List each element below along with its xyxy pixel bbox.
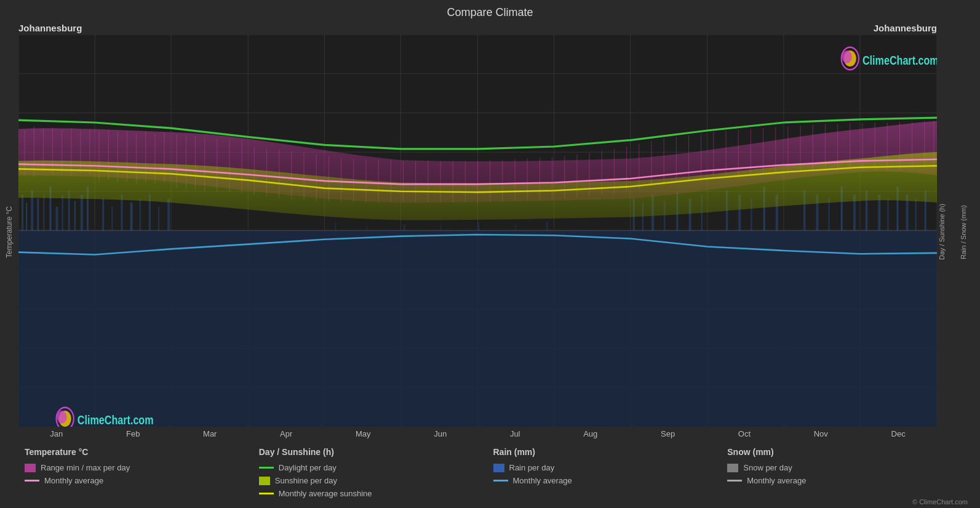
legend-temp-range-swatch: [25, 464, 36, 472]
legend-snow-day: Snow per day: [727, 463, 962, 472]
svg-rect-75: [915, 199, 917, 231]
svg-rect-47: [366, 225, 367, 230]
legend-rain-avg-swatch: [493, 480, 508, 482]
legend-temperature-title: Temperature °C: [25, 447, 259, 457]
chart-svg: 50 40 30 20 10 0 -10 -20 -30 -40 -50 24 …: [18, 34, 937, 427]
svg-rect-40: [121, 195, 122, 231]
legend-sunshine-day-swatch: [259, 477, 270, 485]
month-may: May: [356, 429, 371, 438]
legend-area: Temperature °C Range min / max per day M…: [0, 441, 980, 498]
svg-rect-33: [62, 195, 63, 231]
legend-snow-avg: Monthly average: [727, 476, 962, 485]
svg-rect-36: [81, 195, 83, 231]
svg-rect-39: [111, 207, 113, 231]
legend-rain: Rain (mm) Rain per day Monthly average: [493, 447, 728, 498]
svg-rect-45: [167, 199, 170, 231]
legend-sunshine-title: Day / Sunshine (h): [259, 447, 493, 457]
copyright: © ClimeChart.com: [0, 498, 980, 508]
svg-text:ClimeChart.com: ClimeChart.com: [862, 53, 937, 67]
month-mar: Mar: [203, 429, 217, 438]
svg-rect-46: [335, 223, 336, 231]
month-oct: Oct: [738, 429, 751, 438]
legend-rain-day-swatch: [493, 464, 504, 472]
legend-temp-avg-swatch: [25, 480, 39, 482]
svg-rect-25: [18, 231, 937, 427]
month-jul: Jul: [510, 429, 520, 438]
month-jun: Jun: [434, 429, 447, 438]
chart-title: Compare Climate: [0, 6, 980, 19]
chart-body: Johannesburg Johannesburg: [18, 23, 937, 441]
legend-rain-avg-label: Monthly average: [513, 476, 572, 485]
svg-rect-41: [130, 203, 133, 231]
legend-sunshine: Day / Sunshine (h) Daylight per day Suns…: [259, 447, 493, 498]
svg-point-179: [842, 50, 852, 63]
top-labels: Johannesburg Johannesburg: [18, 23, 937, 34]
right-axis-group: Day / Sunshine (h) Rain / Snow (mm): [937, 23, 980, 441]
legend-temp-avg: Monthly average: [25, 476, 259, 485]
legend-snow-day-label: Snow per day: [743, 463, 792, 472]
svg-rect-52: [546, 222, 548, 230]
main-container: Compare Climate Temperature °C Johannesb…: [0, 0, 980, 508]
legend-snow-avg-swatch: [727, 480, 742, 482]
legend-temp-range: Range min / max per day: [25, 463, 259, 472]
legend-daylight-swatch: [259, 467, 274, 469]
svg-rect-26: [22, 195, 23, 231]
svg-rect-50: [478, 223, 480, 231]
legend-rain-day-label: Rain per day: [509, 463, 555, 472]
legend-rain-title: Rain (mm): [493, 447, 728, 457]
svg-rect-32: [56, 207, 58, 231]
svg-rect-27: [26, 203, 27, 231]
legend-snow-avg-label: Monthly average: [747, 476, 806, 485]
right-axis-label-rain: Rain / Snow (mm): [958, 23, 980, 441]
legend-daylight-label: Daylight per day: [279, 463, 337, 472]
legend-sunshine-day-label: Sunshine per day: [275, 476, 337, 485]
legend-sunshine-avg-label: Monthly average sunshine: [279, 489, 372, 498]
svg-rect-51: [515, 224, 516, 230]
svg-rect-35: [74, 201, 76, 230]
legend-snow-day-swatch: [727, 464, 738, 472]
svg-text:ClimeChart.com: ClimeChart.com: [78, 413, 154, 427]
svg-rect-44: [158, 207, 159, 231]
city-right-label: Johannesburg: [874, 23, 937, 33]
legend-sunshine-day: Sunshine per day: [259, 476, 493, 485]
legend-daylight: Daylight per day: [259, 463, 493, 472]
svg-rect-30: [43, 195, 44, 231]
month-nov: Nov: [814, 429, 828, 438]
month-sep: Sep: [661, 429, 675, 438]
legend-temperature: Temperature °C Range min / max per day M…: [25, 447, 259, 498]
month-jan: Jan: [50, 429, 63, 438]
legend-snow-title: Snow (mm): [727, 447, 962, 457]
legend-sunshine-avg-swatch: [259, 493, 274, 494]
svg-rect-29: [37, 199, 39, 231]
month-aug: Aug: [583, 429, 597, 438]
svg-rect-72: [887, 199, 888, 231]
legend-temp-avg-label: Monthly average: [44, 476, 103, 485]
svg-rect-67: [828, 199, 829, 231]
svg-rect-38: [102, 199, 104, 231]
city-left-label: Johannesburg: [18, 23, 82, 33]
legend-snow: Snow (mm) Snow per day Monthly average: [727, 447, 962, 498]
chart-svg-wrapper: 50 40 30 20 10 0 -10 -20 -30 -40 -50 24 …: [18, 34, 937, 427]
legend-sunshine-avg: Monthly average sunshine: [259, 489, 493, 498]
svg-rect-42: [140, 199, 141, 231]
svg-rect-49: [440, 224, 442, 231]
legend-rain-avg: Monthly average: [493, 476, 728, 485]
svg-rect-48: [403, 224, 405, 230]
legend-temp-range-label: Range min / max per day: [41, 463, 130, 472]
month-dec: Dec: [891, 429, 906, 438]
month-apr: Apr: [280, 429, 292, 438]
right-axis-label-sunshine: Day / Sunshine (h): [937, 23, 958, 441]
svg-point-183: [57, 411, 67, 424]
month-labels: Jan Feb Mar Apr May Jun Jul Aug Sep Oct …: [18, 427, 937, 441]
month-feb: Feb: [126, 429, 140, 438]
legend-rain-day: Rain per day: [493, 463, 728, 472]
chart-area: Temperature °C Johannesburg Johannesburg: [0, 23, 980, 441]
left-axis-label: Temperature °C: [0, 23, 18, 441]
